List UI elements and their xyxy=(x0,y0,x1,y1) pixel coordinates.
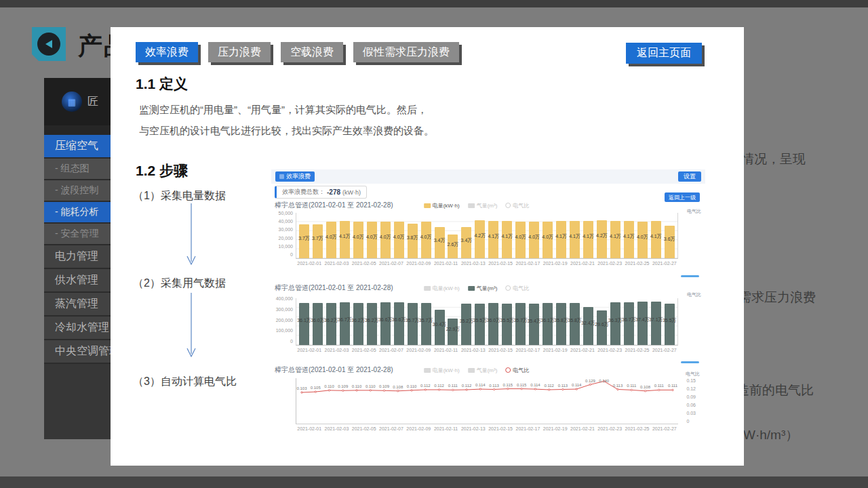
step-2: （2）采集用气数据 xyxy=(133,277,226,291)
settings-button[interactable]: 设置 xyxy=(678,171,701,182)
svg-text:0.111: 0.111 xyxy=(654,384,665,388)
right-axis-ticks: 0.150.120.090.060.030 xyxy=(686,378,696,424)
bar-2021-02-03: 4.0万 xyxy=(326,222,336,258)
svg-text:0.110: 0.110 xyxy=(352,384,362,388)
bar-2021-02-22: 4.1万 xyxy=(583,221,593,258)
legend-item[interactable]: 气量(m³) xyxy=(468,367,498,374)
sidebar-item-topology[interactable]: - 组态图 xyxy=(44,159,111,180)
legend-item[interactable]: 电气比 xyxy=(505,202,529,209)
bar-2021-02-28: 3.6万 xyxy=(665,226,675,258)
chart-title: 樟宇总管道(2021-02-01 至 2021-02-28) xyxy=(275,365,393,375)
bg-text-fragment: 造前的电气比 xyxy=(736,382,814,399)
y-axis: 50,00040,00030,00020,00010,0000 xyxy=(271,211,296,257)
svg-text:0.110: 0.110 xyxy=(366,384,376,388)
legend-item[interactable]: 气量(m³) xyxy=(468,202,498,209)
sidebar-item-steam[interactable]: 蒸汽管理 xyxy=(44,293,111,317)
svg-text:0.115: 0.115 xyxy=(503,383,513,387)
down-arrow-icon xyxy=(185,291,197,359)
bar-2021-02-05: 4.0万 xyxy=(353,222,363,258)
legend-item[interactable]: 电量(kW·h) xyxy=(424,285,460,292)
bar-2021-02-13: 35.2万 xyxy=(461,304,471,345)
legend-item[interactable]: 电量(kW·h) xyxy=(424,367,460,374)
return-home-button[interactable]: 返回主页面 xyxy=(626,43,702,64)
bar-2021-02-01: 36.1万 xyxy=(299,303,309,345)
bar-2021-02-22: 32.4万 xyxy=(583,307,593,345)
chart-icon xyxy=(279,174,284,179)
bar-2021-02-09: 35.7万 xyxy=(408,303,418,345)
report-chart-ratio: 樟宇总管道(2021-02-01 至 2021-02-28) 电量(kW·h)气… xyxy=(271,361,705,437)
bar-2021-02-16: 35.5万 xyxy=(502,304,512,345)
sidebar-header: ▦ 匠 xyxy=(44,78,111,125)
svg-text:0.112: 0.112 xyxy=(420,384,431,388)
svg-text:0.113: 0.113 xyxy=(613,384,623,388)
sidebar-item-cooling[interactable]: 冷却水管理 xyxy=(44,317,111,340)
legend-item[interactable]: 电气比 xyxy=(505,285,529,292)
definition-heading: 1.1 定义 xyxy=(136,75,188,94)
legend-item[interactable]: 电气比 xyxy=(505,367,529,374)
step-1: （1）采集电量数据 xyxy=(133,189,226,203)
tab-efficiency-waste[interactable]: 效率浪费 xyxy=(136,42,198,62)
svg-text:0.108: 0.108 xyxy=(393,385,403,389)
legend-item[interactable]: 电量(kW·h) xyxy=(424,202,460,209)
right-axis-label: 电气比 xyxy=(687,291,701,298)
sidebar-item-energy-analysis[interactable]: - 能耗分析 xyxy=(44,202,111,224)
tab-noload-waste[interactable]: 空载浪费 xyxy=(281,42,343,62)
y-axis: 400,000300,000200,000100,0000 xyxy=(271,296,296,344)
bar-2021-02-01: 3.7万 xyxy=(299,224,309,258)
sidebar-item-compressed-air[interactable]: 压缩空气 xyxy=(44,135,111,159)
svg-text:0.103: 0.103 xyxy=(297,386,308,390)
bar-2021-02-24: 36.3万 xyxy=(610,302,620,345)
legend-item[interactable]: 气量(m³) xyxy=(468,285,498,292)
report-chart-electricity: 效率浪费 设置 效率浪费总数： -278 (kW·h) 返回上一级 樟宇总管道(… xyxy=(271,169,705,270)
x-axis: 2021-02-012021-02-032021-02-052021-02-07… xyxy=(296,426,678,431)
bar-2021-02-18: 4.0万 xyxy=(529,222,539,258)
bar-2021-02-15: 4.1万 xyxy=(488,221,498,258)
bar-2021-02-12: 22.9万 xyxy=(448,319,458,346)
chart-title: 樟宇总管道(2021-02-01 至 2021-02-28) xyxy=(275,201,393,210)
mini-scrollbar[interactable] xyxy=(681,361,699,363)
bar-2021-02-27: 4.1万 xyxy=(651,221,661,258)
bar-2021-02-28: 35.5万 xyxy=(665,304,675,345)
bar-2021-02-09: 3.8万 xyxy=(408,224,418,258)
back-arrow-icon xyxy=(37,33,60,56)
report-chart-gas: 樟宇总管道(2021-02-01 至 2021-02-28) 电量(kW·h)气… xyxy=(271,271,705,361)
x-axis: 2021-02-012021-02-032021-02-052021-02-07… xyxy=(296,348,678,352)
step-3: （3）自动计算电气比 xyxy=(133,375,237,389)
bar-2021-02-24: 4.1万 xyxy=(610,221,620,258)
sidebar-brand: 匠 xyxy=(87,95,98,109)
bar-2021-02-16: 4.1万 xyxy=(502,221,512,258)
bar-2021-02-19: 4.0万 xyxy=(542,222,553,258)
svg-text:0.112: 0.112 xyxy=(462,384,472,388)
bar-2021-02-12: 2.6万 xyxy=(448,235,458,258)
bar-2021-02-06: 36.2万 xyxy=(367,303,377,345)
tab-false-demand-pressure-waste[interactable]: 假性需求压力浪费 xyxy=(353,42,459,62)
bar-2021-02-11: 3.4万 xyxy=(435,227,445,258)
tab-pressure-waste[interactable]: 压力浪费 xyxy=(208,42,271,62)
sidebar-item-band-control[interactable]: - 波段控制 xyxy=(44,180,111,202)
product-logo xyxy=(32,27,66,61)
bg-text-fragment: 情况，呈现 xyxy=(741,150,806,168)
letterbox-top xyxy=(0,0,868,7)
svg-text:0.112: 0.112 xyxy=(434,384,444,388)
letterbox-bottom xyxy=(0,476,868,488)
bg-text-fragment: 需求压力浪费 xyxy=(738,289,816,306)
bar-2021-02-20: 4.1万 xyxy=(556,221,566,258)
sidebar-item-safety[interactable]: - 安全管理 xyxy=(44,224,111,245)
bar-2021-02-23: 4.2万 xyxy=(597,220,607,258)
down-arrow-icon xyxy=(185,202,197,267)
sidebar-item-power[interactable]: 电力管理 xyxy=(44,245,111,269)
bar-2021-02-04: 4.1万 xyxy=(340,221,350,258)
bar-2021-02-21: 4.1万 xyxy=(570,221,580,258)
bar-2021-02-08: 4.0万 xyxy=(394,222,404,258)
svg-text:0.111: 0.111 xyxy=(668,384,678,388)
sidebar-item-water[interactable]: 供水管理 xyxy=(44,269,111,293)
module-badge: 效率浪费 xyxy=(275,171,315,182)
efficiency-waste-total: 效率浪费总数： -278 (kW·h) xyxy=(275,186,367,199)
svg-text:0.140: 0.140 xyxy=(599,379,610,383)
mini-scrollbar[interactable] xyxy=(681,275,699,277)
x-axis: 2021-02-012021-02-032021-02-052021-02-07… xyxy=(296,261,678,266)
definition-text: 监测空压机的“用电量”、“用气量”，计算其实际的电气比。然后， 与空压机的设计电… xyxy=(139,99,498,141)
chart-legend: 电量(kW·h)气量(m³)电气比 xyxy=(424,367,530,374)
steps-heading: 1.2 步骤 xyxy=(136,161,188,180)
sidebar-item-hvac[interactable]: 中央空调管理 xyxy=(44,340,111,364)
